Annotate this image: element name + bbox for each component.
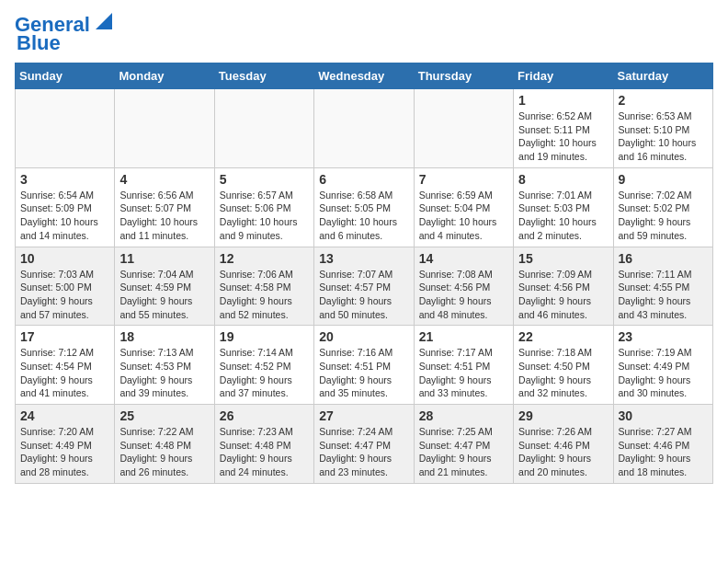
day-info: Sunrise: 6:57 AM Sunset: 5:06 PM Dayligh… [220, 189, 309, 243]
day-number: 28 [419, 408, 508, 423]
col-header-friday: Friday [514, 63, 613, 89]
day-number: 29 [518, 408, 608, 423]
calendar-cell: 6Sunrise: 6:58 AM Sunset: 5:05 PM Daylig… [314, 167, 414, 247]
calendar-cell: 24Sunrise: 7:20 AM Sunset: 4:49 PM Dayli… [16, 405, 115, 484]
day-info: Sunrise: 6:53 AM Sunset: 5:10 PM Dayligh… [619, 109, 708, 164]
day-number: 4 [119, 172, 209, 187]
week-row-2: 10Sunrise: 7:03 AM Sunset: 5:00 PM Dayli… [16, 247, 713, 326]
day-number: 25 [119, 408, 209, 423]
calendar-cell: 30Sunrise: 7:27 AM Sunset: 4:46 PM Dayli… [613, 405, 712, 484]
day-number: 6 [319, 172, 408, 187]
calendar-cell: 10Sunrise: 7:03 AM Sunset: 5:00 PM Dayli… [16, 247, 115, 326]
calendar-cell: 9Sunrise: 7:02 AM Sunset: 5:02 PM Daylig… [613, 167, 712, 247]
day-number: 24 [20, 408, 109, 423]
calendar-cell: 12Sunrise: 7:06 AM Sunset: 4:58 PM Dayli… [214, 247, 313, 326]
day-info: Sunrise: 7:14 AM Sunset: 4:52 PM Dayligh… [220, 346, 309, 400]
week-row-3: 17Sunrise: 7:12 AM Sunset: 4:54 PM Dayli… [16, 326, 713, 405]
week-row-1: 3Sunrise: 6:54 AM Sunset: 5:09 PM Daylig… [16, 167, 713, 247]
calendar-cell: 26Sunrise: 7:23 AM Sunset: 4:48 PM Dayli… [214, 405, 313, 484]
day-info: Sunrise: 7:12 AM Sunset: 4:54 PM Dayligh… [20, 346, 109, 400]
calendar-cell: 2Sunrise: 6:53 AM Sunset: 5:10 PM Daylig… [613, 89, 712, 168]
day-info: Sunrise: 6:59 AM Sunset: 5:04 PM Dayligh… [419, 189, 508, 243]
day-info: Sunrise: 7:27 AM Sunset: 4:46 PM Dayligh… [619, 425, 708, 479]
logo-blue-text: Blue [17, 33, 61, 53]
day-number: 1 [518, 93, 608, 108]
calendar-cell: 23Sunrise: 7:19 AM Sunset: 4:49 PM Dayli… [613, 326, 712, 405]
day-number: 30 [619, 408, 708, 423]
calendar-cell [115, 89, 214, 168]
col-header-wednesday: Wednesday [314, 63, 414, 89]
day-info: Sunrise: 7:11 AM Sunset: 4:55 PM Dayligh… [619, 268, 708, 322]
calendar-cell: 15Sunrise: 7:09 AM Sunset: 4:56 PM Dayli… [514, 247, 613, 326]
calendar-cell: 11Sunrise: 7:04 AM Sunset: 4:59 PM Dayli… [115, 247, 214, 326]
calendar-cell: 18Sunrise: 7:13 AM Sunset: 4:53 PM Dayli… [115, 326, 214, 405]
calendar-cell: 20Sunrise: 7:16 AM Sunset: 4:51 PM Dayli… [314, 326, 414, 405]
day-info: Sunrise: 7:23 AM Sunset: 4:48 PM Dayligh… [220, 425, 309, 479]
day-info: Sunrise: 7:07 AM Sunset: 4:57 PM Dayligh… [319, 268, 408, 322]
day-info: Sunrise: 7:13 AM Sunset: 4:53 PM Dayligh… [119, 346, 209, 400]
calendar-cell: 27Sunrise: 7:24 AM Sunset: 4:47 PM Dayli… [314, 405, 414, 484]
calendar-cell: 17Sunrise: 7:12 AM Sunset: 4:54 PM Dayli… [16, 326, 115, 405]
day-number: 7 [419, 172, 508, 187]
calendar-cell: 3Sunrise: 6:54 AM Sunset: 5:09 PM Daylig… [16, 167, 115, 247]
col-header-tuesday: Tuesday [214, 63, 313, 89]
day-info: Sunrise: 6:54 AM Sunset: 5:09 PM Dayligh… [20, 189, 109, 243]
calendar-table: SundayMondayTuesdayWednesdayThursdayFrid… [15, 63, 713, 484]
day-info: Sunrise: 7:01 AM Sunset: 5:03 PM Dayligh… [518, 189, 608, 243]
day-info: Sunrise: 7:25 AM Sunset: 4:47 PM Dayligh… [419, 425, 508, 479]
calendar-cell: 25Sunrise: 7:22 AM Sunset: 4:48 PM Dayli… [115, 405, 214, 484]
day-info: Sunrise: 7:18 AM Sunset: 4:50 PM Dayligh… [518, 346, 608, 400]
day-info: Sunrise: 7:08 AM Sunset: 4:56 PM Dayligh… [419, 268, 508, 322]
day-info: Sunrise: 6:52 AM Sunset: 5:11 PM Dayligh… [518, 109, 608, 164]
day-info: Sunrise: 7:09 AM Sunset: 4:56 PM Dayligh… [518, 268, 608, 322]
calendar-cell: 14Sunrise: 7:08 AM Sunset: 4:56 PM Dayli… [414, 247, 513, 326]
week-row-4: 24Sunrise: 7:20 AM Sunset: 4:49 PM Dayli… [16, 405, 713, 484]
calendar-cell: 19Sunrise: 7:14 AM Sunset: 4:52 PM Dayli… [214, 326, 313, 405]
day-number: 21 [419, 329, 508, 344]
calendar-cell [214, 89, 313, 168]
calendar-cell: 5Sunrise: 6:57 AM Sunset: 5:06 PM Daylig… [214, 167, 313, 247]
col-header-thursday: Thursday [414, 63, 513, 89]
calendar-cell: 21Sunrise: 7:17 AM Sunset: 4:51 PM Dayli… [414, 326, 513, 405]
day-number: 2 [619, 93, 708, 108]
svg-marker-0 [96, 13, 112, 29]
day-number: 16 [619, 251, 708, 266]
calendar-cell: 28Sunrise: 7:25 AM Sunset: 4:47 PM Dayli… [414, 405, 513, 484]
calendar-cell: 16Sunrise: 7:11 AM Sunset: 4:55 PM Dayli… [613, 247, 712, 326]
day-info: Sunrise: 7:26 AM Sunset: 4:46 PM Dayligh… [518, 425, 608, 479]
day-info: Sunrise: 7:24 AM Sunset: 4:47 PM Dayligh… [319, 425, 408, 479]
day-info: Sunrise: 7:06 AM Sunset: 4:58 PM Dayligh… [220, 268, 309, 322]
day-number: 11 [119, 251, 209, 266]
day-info: Sunrise: 7:19 AM Sunset: 4:49 PM Dayligh… [619, 346, 708, 400]
day-number: 23 [619, 329, 708, 344]
day-number: 13 [319, 251, 408, 266]
logo-icon [92, 13, 112, 33]
calendar-cell: 29Sunrise: 7:26 AM Sunset: 4:46 PM Dayli… [514, 405, 613, 484]
day-number: 19 [220, 329, 309, 344]
day-number: 8 [518, 172, 608, 187]
day-info: Sunrise: 6:58 AM Sunset: 5:05 PM Dayligh… [319, 189, 408, 243]
week-row-0: 1Sunrise: 6:52 AM Sunset: 5:11 PM Daylig… [16, 89, 713, 168]
day-number: 12 [220, 251, 309, 266]
calendar-cell [16, 89, 115, 168]
day-number: 10 [20, 251, 109, 266]
col-header-saturday: Saturday [613, 63, 712, 89]
day-number: 22 [518, 329, 608, 344]
day-info: Sunrise: 7:17 AM Sunset: 4:51 PM Dayligh… [419, 346, 508, 400]
day-number: 17 [20, 329, 109, 344]
calendar-cell: 4Sunrise: 6:56 AM Sunset: 5:07 PM Daylig… [115, 167, 214, 247]
calendar-cell: 7Sunrise: 6:59 AM Sunset: 5:04 PM Daylig… [414, 167, 513, 247]
day-info: Sunrise: 7:20 AM Sunset: 4:49 PM Dayligh… [20, 425, 109, 479]
col-header-sunday: Sunday [16, 63, 115, 89]
day-number: 3 [20, 172, 109, 187]
calendar-cell [314, 89, 414, 168]
day-number: 15 [518, 251, 608, 266]
day-number: 18 [119, 329, 209, 344]
calendar-cell: 13Sunrise: 7:07 AM Sunset: 4:57 PM Dayli… [314, 247, 414, 326]
logo: General Blue [15, 15, 112, 53]
day-info: Sunrise: 7:03 AM Sunset: 5:00 PM Dayligh… [20, 268, 109, 322]
day-number: 27 [319, 408, 408, 423]
day-number: 9 [619, 172, 708, 187]
calendar-cell [414, 89, 513, 168]
day-number: 26 [220, 408, 309, 423]
